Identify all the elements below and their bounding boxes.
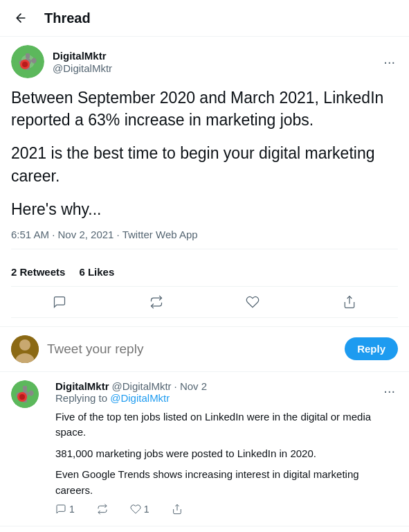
reply-more-options-button[interactable]: ···: [381, 380, 398, 402]
user-details: DigitalMktr @DigitalMktr: [53, 50, 112, 74]
svg-point-28: [19, 394, 25, 400]
reply-body: Five of the top ten jobs listed on Linke…: [55, 409, 381, 499]
tweet-text-2: 2021 is the best time to begin your digi…: [11, 142, 398, 186]
reply-tweet: DigitalMktr @DigitalMktr · Nov 2 Replyin…: [0, 372, 409, 527]
reply-tweet-header: DigitalMktr @DigitalMktr · Nov 2 Replyin…: [11, 380, 398, 515]
reply-comment-action[interactable]: 1: [55, 504, 75, 515]
svg-point-15: [19, 339, 30, 351]
svg-point-12: [22, 62, 28, 67]
composer-avatar: [11, 335, 39, 363]
tweet-user-info: DigitalMktr @DigitalMktr: [11, 45, 112, 78]
svg-rect-6: [26, 53, 30, 58]
user-name[interactable]: DigitalMktr: [53, 50, 112, 62]
page-title: Thread: [44, 10, 91, 26]
tweet-text-1: Between September 2020 and March 2021, L…: [11, 87, 398, 131]
retweets-stat: 2 Retweets: [11, 266, 65, 278]
reply-user-handle[interactable]: @DigitalMktr: [112, 380, 172, 392]
tweet-user-row: DigitalMktr @DigitalMktr ···: [11, 45, 398, 78]
reply-user-line: DigitalMktr @DigitalMktr · Nov 2: [55, 380, 381, 392]
replying-to: Replying to @DigitalMktr: [55, 392, 381, 404]
likes-label: Likes: [88, 266, 114, 278]
like-button[interactable]: [235, 290, 271, 314]
reply-input[interactable]: [47, 342, 336, 357]
reply-share-action[interactable]: [172, 504, 183, 515]
comment-button[interactable]: [42, 290, 78, 314]
user-handle[interactable]: @DigitalMktr: [53, 62, 112, 74]
more-options-button[interactable]: ···: [381, 51, 398, 73]
reply-like-action[interactable]: 1: [130, 504, 149, 515]
reply-text-2: 381,000 marketing jobs were posted to Li…: [55, 446, 381, 462]
reply-like-count: 1: [144, 504, 149, 515]
reply-text-1: Five of the top ten jobs listed on Linke…: [55, 409, 381, 441]
reply-avatar: [11, 380, 39, 408]
reply-content: DigitalMktr @DigitalMktr · Nov 2 Replyin…: [55, 380, 381, 515]
reply-text-3: Even Google Trends shows increasing inte…: [55, 467, 381, 498]
retweet-button[interactable]: [138, 290, 174, 314]
replying-to-link[interactable]: @DigitalMktr: [110, 392, 170, 404]
stats-row: 2 Retweets 6 Likes: [11, 258, 398, 287]
tweet-body: Between September 2020 and March 2021, L…: [11, 87, 398, 220]
main-tweet: DigitalMktr @DigitalMktr ··· Between Sep…: [0, 37, 409, 327]
reply-comment-count: 1: [69, 504, 75, 515]
reply-actions: 1 1: [55, 504, 381, 515]
tweet-text-3: Here's why...: [11, 198, 398, 220]
share-button[interactable]: [331, 290, 367, 314]
avatar: [11, 45, 44, 78]
reply-button[interactable]: Reply: [345, 337, 398, 360]
likes-count: 6: [79, 266, 84, 278]
svg-rect-22: [23, 386, 27, 391]
back-button[interactable]: [11, 8, 30, 28]
tweet-timestamp: 6:51 AM · Nov 2, 2021 · Twitter Web App: [11, 229, 398, 249]
reply-composer: Reply: [0, 327, 409, 372]
header: Thread: [0, 0, 409, 37]
tweet-actions: [11, 287, 398, 318]
retweets-count: 2: [11, 266, 17, 278]
reply-user-name[interactable]: DigitalMktr: [55, 380, 109, 392]
retweets-label: Retweets: [20, 266, 66, 278]
likes-stat: 6 Likes: [79, 266, 114, 278]
reply-retweet-action[interactable]: [97, 504, 108, 515]
reply-date: · Nov 2: [174, 380, 208, 392]
